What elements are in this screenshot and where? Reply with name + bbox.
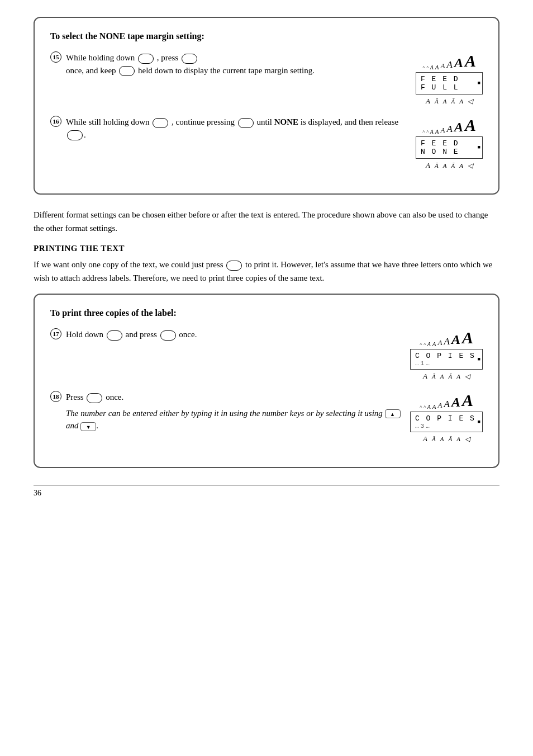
step-16-text-until: until [256, 117, 272, 126]
step-16-text1: While still holding down [66, 117, 150, 126]
button-oval-18 [87, 393, 102, 403]
step-17-content: Hold down and press once. [66, 328, 401, 341]
step-17-circle: 17 [50, 328, 61, 339]
step-15-text2: , press [157, 53, 178, 62]
step-17-text3: once. [179, 330, 197, 339]
step-15-display: ^ ^ A A A A AA F E E D F U L L ■ A Ā A [416, 51, 483, 106]
button-oval-15a [138, 54, 154, 64]
para2: If we want only one copy of the text, we… [34, 258, 499, 285]
step-18-text-after: once. [106, 393, 123, 401]
step-15-text3: once, and keep [66, 66, 116, 75]
box2-title: To print three copies of the label: [50, 308, 483, 318]
print-button-oval [226, 261, 242, 271]
para1: Different format settings can be chosen … [34, 208, 499, 235]
box-none-margin: To select the NONE tape margin setting: … [34, 17, 499, 195]
step-18-italic1: The number can be entered either by typi… [66, 409, 383, 418]
button-oval-16a [153, 118, 168, 128]
step-15-circle: 15 [50, 51, 61, 63]
step-15-content: While holding down , press once, and kee… [66, 51, 407, 77]
button-oval-16c [67, 130, 83, 140]
step-16-none-bold: NONE [274, 117, 298, 126]
step-18-text-before: Press [66, 393, 84, 401]
box1-title: To select the NONE tape margin setting: [50, 31, 483, 41]
step-15-row: 15 While holding down , press once, and … [50, 51, 483, 106]
down-arrow-button: ▼ [80, 422, 96, 431]
step-18-display: ^ ^ A A A A AA C O P I E S …3… ■ A Ā A [410, 391, 483, 443]
step-17-text1: Hold down [66, 330, 103, 339]
button-oval-16b [238, 118, 254, 128]
step-15-text1: While holding down [66, 53, 135, 62]
para2-before: If we want only one copy of the text, we… [34, 260, 223, 269]
step-16-content: While still holding down , continue pres… [66, 116, 407, 141]
step-16-display: ^ ^ A A A A AA F E E D N O N E ■ A Ā A [416, 116, 483, 170]
page-number: 36 [34, 489, 41, 498]
up-arrow-button: ▲ [385, 409, 401, 418]
step-16-text-end1: is displayed, and then release [301, 117, 398, 126]
step-17-text2: and press [126, 330, 157, 339]
box-print-copies: To print three copies of the label: 17 H… [34, 294, 499, 468]
step-18-italic-block: The number can be entered either by typi… [66, 407, 401, 432]
step-17-row: 17 Hold down and press once. ^ ^ A A A [50, 328, 483, 381]
step-17-display: ^ ^ A A A A AA C O P I E S …1… ■ A Ā A [410, 328, 483, 381]
step-18-row: 18 Press once. The number can be entered… [50, 391, 483, 443]
step-16-text-con: , continue pressing [172, 117, 235, 126]
button-oval-17b [160, 330, 176, 341]
step-18-content: Press once. The number can be entered ei… [66, 391, 401, 432]
step-16-row: 16 While still holding down , continue p… [50, 116, 483, 170]
step-18-italic-and: and [66, 421, 79, 430]
step-18-circle: 18 [50, 391, 61, 402]
button-oval-15b [182, 54, 197, 64]
button-oval-15c [119, 66, 135, 76]
button-oval-17a [107, 330, 122, 341]
section-heading: PRINTING THE TEXT [34, 244, 499, 253]
step-16-circle: 16 [50, 116, 61, 127]
step-15-text4: held down to display the current tape ma… [138, 66, 315, 75]
